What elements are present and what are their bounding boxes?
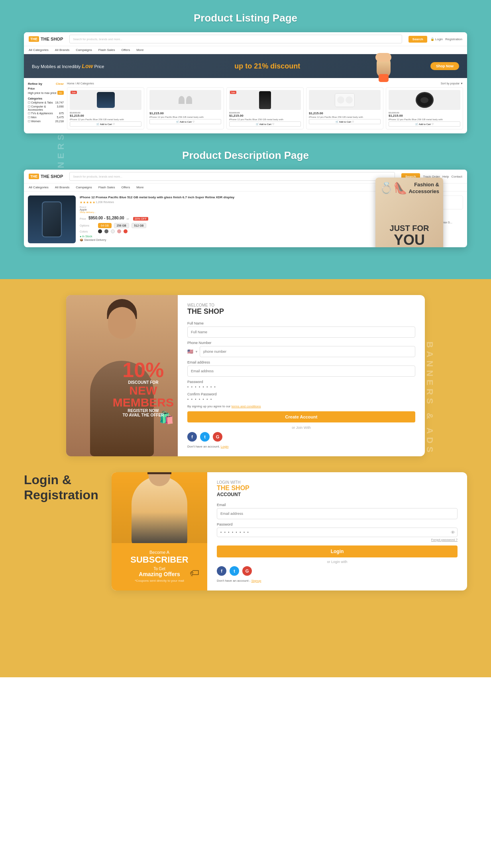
color-gray[interactable]: [104, 229, 108, 233]
price-label: Price: [28, 87, 64, 90]
cat-all-categories[interactable]: All Categories: [29, 48, 49, 52]
cat2-flash-sales[interactable]: Flash Sales: [98, 186, 115, 189]
login-facebook-btn[interactable]: f: [217, 566, 226, 576]
product-name-1: iPhone 12 pro Pacific Blue 256 GB metal …: [70, 118, 141, 121]
brand-row: Brand Apple Shop delivery...: [80, 206, 407, 213]
logo-text-2: THE SHOP: [41, 174, 63, 179]
cat2-more[interactable]: More: [136, 186, 143, 189]
product-name-5: iPhone 12 pro Pacific Blue 256 GB metal …: [389, 118, 460, 121]
login-registration-section: Login &Registration 🏷 Become A SUBSCRIBE…: [24, 472, 467, 590]
price-row-detail: Price $950.00 - $1,280.00 or 20% OFF: [80, 216, 407, 222]
eye-icon: 👁: [451, 530, 455, 535]
fashion-overlay-badge: Fashion &Accessories 💍👠 JUST FOR YOU: [375, 178, 443, 247]
product-stars: ★ ★ ★ ★ ★ 1,208 Reviews: [80, 201, 407, 204]
products-grid: Home / All Categories Sort by popular ▼ …: [67, 82, 463, 129]
login-google-btn[interactable]: G: [242, 566, 252, 576]
fullname-label: Full Name: [187, 321, 415, 325]
cat-item-5: ☐ Women20,218: [28, 120, 64, 123]
fullname-input[interactable]: [187, 326, 415, 338]
cat-more[interactable]: More: [136, 48, 143, 52]
cat2-offers[interactable]: Offers: [122, 186, 130, 189]
color-dark[interactable]: [98, 229, 102, 233]
nav-register[interactable]: Registration: [445, 37, 462, 41]
terms-link[interactable]: terms and conditions: [232, 405, 261, 408]
google-login-btn[interactable]: G: [213, 432, 222, 442]
product-price-1: $1,215.00: [70, 114, 141, 117]
coupons-note: *Coupons sent directly to your mail: [130, 579, 188, 583]
twitter-login-btn[interactable]: t: [200, 432, 210, 442]
color-red[interactable]: [124, 229, 128, 233]
password-label: Password: [187, 380, 415, 384]
facebook-login-btn[interactable]: f: [187, 432, 197, 442]
color-white[interactable]: [111, 229, 115, 233]
mock-search-box-2[interactable]: Search for products, brands and more...: [69, 172, 395, 181]
product-price-2: $1,215.00: [149, 111, 221, 115]
reg-new-members: NEWMEMBERS: [113, 385, 174, 409]
discount-tag: 20% OFF: [133, 217, 148, 221]
add-to-cart-4[interactable]: 🛒 Add to Cart ♡: [309, 119, 381, 124]
price-go-btn[interactable]: Go: [57, 91, 64, 95]
phone-input[interactable]: [200, 346, 415, 357]
cat2-campaigns[interactable]: Campaigns: [76, 186, 92, 189]
product-card-2: $1,215.00 iPhone 12 pro Pacific Blue 256…: [147, 87, 224, 129]
categories-label: Categories: [28, 97, 64, 100]
nav-help[interactable]: Help: [442, 175, 449, 178]
product-price-3: $1,215.00: [229, 114, 301, 117]
shop-now-button[interactable]: Shop Now: [430, 62, 459, 70]
storage-256[interactable]: 256 GB: [114, 223, 129, 228]
product-main-image: [28, 195, 76, 243]
nav-contact[interactable]: Contact: [451, 175, 462, 178]
person-figure: [132, 476, 187, 543]
login-twitter-btn[interactable]: t: [230, 566, 239, 576]
become-a-text: Become A: [130, 550, 188, 555]
banner-discount: up to 21% discount: [234, 62, 300, 70]
add-to-cart-3[interactable]: 🛒 Add to Cart ♡: [229, 121, 301, 127]
cat-all-brands[interactable]: All Brands: [55, 48, 69, 52]
product-card-4: $1,215.00 iPhone 12 pro Pacific Blue 256…: [306, 87, 383, 129]
cat-campaigns[interactable]: Campaigns: [76, 48, 92, 52]
cat2-all-brands[interactable]: All Brands: [55, 186, 69, 189]
login-link[interactable]: Login: [221, 445, 229, 448]
delivery-method: 📦 Standard Delivery: [80, 239, 407, 242]
sort-label: Sort by popular ▼: [441, 82, 463, 85]
product-name-2: iPhone 12 pro Pacific Blue 256 GB metal …: [149, 116, 221, 118]
amazing-offers-text: Amazing Offers: [130, 571, 188, 577]
brand-item: Brand Apple Shop delivery...: [80, 206, 96, 213]
cat2-all-categories[interactable]: All Categories: [29, 186, 49, 189]
add-to-cart-1[interactable]: 🛒 Add to Cart ♡: [70, 121, 141, 127]
add-to-cart-5[interactable]: 🛒 Add to Cart ♡: [389, 121, 460, 127]
storage-512[interactable]: 512 GB: [132, 223, 147, 228]
star-3: ★: [86, 201, 89, 204]
email-input[interactable]: [187, 366, 415, 377]
login-section-label: Login &Registration: [24, 472, 104, 511]
review-count: 1,208 Reviews: [96, 201, 114, 204]
product-price-4: $1,215.00: [309, 111, 381, 115]
color-pink[interactable]: [117, 229, 121, 233]
reg-login-link: Don't have an account. Login: [187, 445, 415, 448]
star-2: ★: [83, 201, 86, 204]
signup-link[interactable]: Signup: [251, 579, 261, 583]
fashion-title: Fashion &Accessories: [409, 182, 439, 195]
add-to-cart-2[interactable]: 🛒 Add to Cart ♡: [149, 119, 221, 124]
login-email-input[interactable]: [217, 508, 458, 519]
cat-offers[interactable]: Offers: [122, 48, 130, 52]
phone-row: 🇺🇸 ▼: [187, 346, 415, 357]
cat-flash-sales[interactable]: Flash Sales: [98, 48, 115, 52]
mock-search-box[interactable]: Search for products, brands and more...: [69, 35, 402, 43]
search-placeholder-2: Search for products, brands and more...: [73, 175, 122, 178]
nav-login[interactable]: 🔒 Login: [430, 37, 443, 41]
registration-card: 🛍️ 10% DISCOUNT FOR NEWMEMBERS REGISTER …: [66, 295, 425, 456]
login-card-container: 🏷 Become A SUBSCRIBER To Get Amazing Off…: [112, 472, 467, 590]
reg-discount-badge: 10% DISCOUNT FOR NEWMEMBERS REGISTER NOW…: [113, 360, 174, 417]
login-button[interactable]: Login: [217, 545, 458, 557]
products-area: Refine by Clear Price High price to max …: [24, 78, 467, 133]
create-account-button[interactable]: Create Account: [187, 411, 415, 422]
product-listing-mock: THE THE SHOP Search for products, brands…: [24, 32, 467, 133]
refine-label: Refine by Clear: [28, 82, 64, 86]
colors-label: Colors: [80, 230, 96, 233]
storage-64[interactable]: 64 GB: [98, 223, 112, 228]
welcome-text: WELCOME TO: [187, 303, 415, 307]
search-button[interactable]: Search: [409, 36, 427, 43]
forgot-password-link[interactable]: Forgot password ?: [217, 538, 458, 542]
phone-dropdown[interactable]: ▼: [195, 350, 198, 354]
